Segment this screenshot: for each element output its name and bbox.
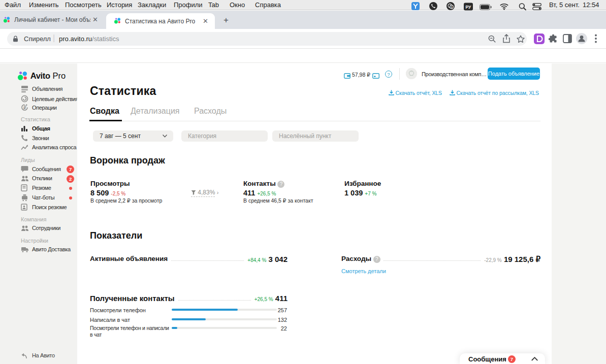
svg-text:6: 6 xyxy=(451,6,452,9)
svg-text:РУ: РУ xyxy=(466,5,472,10)
svg-text:₽: ₽ xyxy=(23,105,26,110)
